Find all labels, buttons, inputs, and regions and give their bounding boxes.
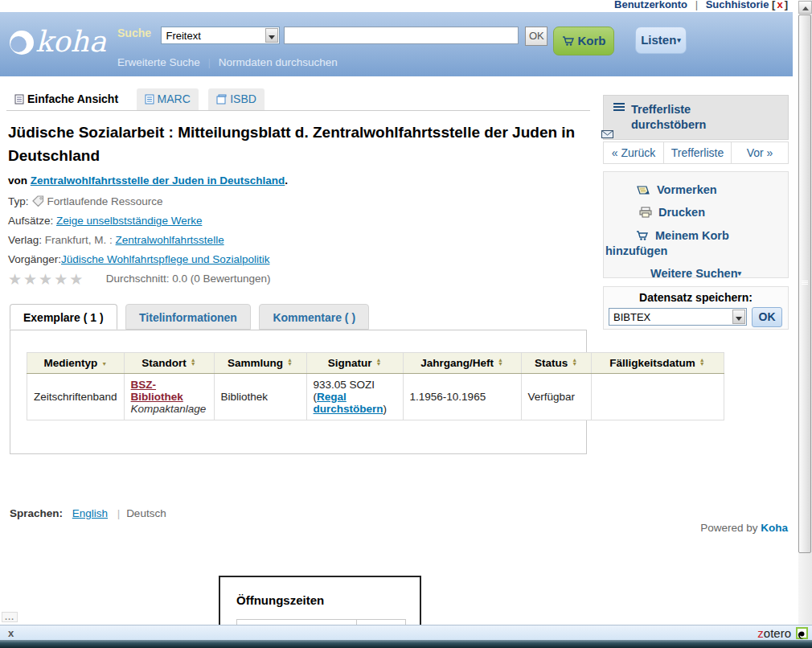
- shelving-location: Kompaktanlage: [131, 403, 207, 415]
- search-input[interactable]: [284, 27, 519, 44]
- rating: ★★★★★ Durchschnitt: 0.0 (0 Bewertungen): [8, 270, 271, 289]
- cart-icon: [562, 35, 575, 47]
- library-link[interactable]: BSZ-Bibliothek: [131, 379, 183, 403]
- document-icon: [216, 94, 227, 105]
- sort-icon: ▲▼: [191, 358, 196, 366]
- taskbar-edge: [0, 640, 812, 648]
- scroll-up-button[interactable]: [798, 1, 812, 14]
- search-ok-button[interactable]: OK: [525, 27, 547, 46]
- table-row: Zeitschriftenband BSZ-BibliothekKompakta…: [27, 374, 724, 420]
- table-header-row: Medientyp▼ Standort▲▼ Sammlung▲▼ Signatu…: [27, 353, 724, 374]
- authority-search-link[interactable]: Normdaten durchsuchen: [219, 56, 338, 68]
- close-search-history-button[interactable]: x: [777, 0, 782, 10]
- zotero-label[interactable]: zotero: [757, 626, 791, 640]
- item-tabs: Exemplare ( 1 ) Titelinformationen Komme…: [10, 304, 374, 330]
- tab-title-notes[interactable]: Titelinformationen: [125, 304, 251, 330]
- rating-text: Durchschnitt: 0.0 (0 Bewertungen): [106, 273, 271, 285]
- cart-button[interactable]: Korb: [553, 27, 614, 55]
- column-header-status[interactable]: Status▲▼: [521, 353, 591, 374]
- close-bar-button[interactable]: x: [8, 627, 14, 639]
- action-box: Vormerken Drucken Meinem Korbhinzufügen …: [603, 171, 789, 278]
- cell-signatur: 933.05 SOZI (Regal durchstöbern): [306, 374, 403, 420]
- chevron-down-icon: ▾: [738, 269, 742, 277]
- cell-faelligkeitsdatum: [591, 374, 724, 420]
- star-icon[interactable]: ★: [23, 271, 39, 288]
- top-bar: Benutzerkonto | Suchhistorie [x]: [0, 0, 793, 12]
- resize-grip-icon: ...: [2, 612, 18, 622]
- author-link[interactable]: Zentralwohlfahrtsstelle der Juden in Deu…: [31, 174, 285, 187]
- column-header-medientyp[interactable]: Medientyp▼: [27, 353, 125, 374]
- document-icon: [14, 94, 24, 105]
- place-hold-link[interactable]: Vormerken: [636, 183, 788, 196]
- language-deutsch-current: Deutsch: [126, 507, 166, 519]
- star-icon[interactable]: ★: [54, 271, 69, 288]
- account-link[interactable]: Benutzerkonto: [614, 0, 687, 10]
- lists-button[interactable]: Listen▾: [635, 27, 687, 54]
- analytics-link[interactable]: Zeige unselbstständige Werke: [56, 215, 202, 227]
- next-result-link[interactable]: Vor »: [732, 142, 788, 163]
- scrollbar-grip-icon: [802, 281, 808, 285]
- koha-link[interactable]: Koha: [761, 522, 788, 534]
- document-icon: [145, 94, 154, 105]
- sort-icon: ▲▼: [498, 358, 503, 366]
- tab-isbd-view[interactable]: ISBD: [208, 88, 265, 110]
- search-type-select[interactable]: Freitext: [161, 27, 280, 44]
- language-english-link[interactable]: English: [72, 507, 108, 519]
- tab-holdings[interactable]: Exemplare ( 1 ): [10, 304, 117, 330]
- star-icon[interactable]: ★: [39, 271, 54, 288]
- save-ok-button[interactable]: OK: [752, 307, 782, 327]
- view-tabs: Einfache Ansicht MARC ISBD: [6, 88, 590, 111]
- previous-result-link[interactable]: « Zurück: [604, 142, 664, 163]
- bracket: [: [772, 0, 775, 10]
- field-verlag: Verlag: Frankfurt, M. : Zentralwohlfahrt…: [8, 234, 269, 253]
- column-header-signatur[interactable]: Signatur▲▼: [306, 353, 403, 374]
- zotero-icon[interactable]: [796, 627, 808, 639]
- result-navigation: « Zurück Trefferliste Vor »: [603, 141, 789, 164]
- print-link[interactable]: Drucken: [639, 206, 788, 219]
- separator: |: [695, 0, 698, 10]
- sort-desc-icon: ▼: [101, 362, 107, 366]
- field-typ: Typ:Fortlaufende Ressource: [8, 195, 269, 215]
- list-icon: [613, 102, 625, 112]
- bracket: ]: [785, 0, 788, 10]
- tab-comments[interactable]: Kommentare ( ): [259, 304, 369, 330]
- publisher-link[interactable]: Zentralwohlfahrtsstelle: [116, 234, 224, 246]
- column-header-standort[interactable]: Standort▲▼: [124, 353, 214, 374]
- holdings-table: Medientyp▼ Standort▲▼ Sammlung▲▼ Signatu…: [27, 352, 724, 420]
- scrollbar-thumb[interactable]: [798, 14, 811, 553]
- advanced-search-link[interactable]: Erweiterte Suche: [117, 56, 200, 68]
- browse-shelf-link[interactable]: Regal durchstöbern: [314, 391, 383, 415]
- more-searches-link[interactable]: Weitere Suchen▾: [650, 267, 788, 280]
- column-header-faelligkeitsdatum[interactable]: Fälligkeitsdatum▲▼: [591, 353, 724, 374]
- language-switcher: Sprachen: English | Deutsch: [10, 507, 166, 519]
- save-record-box: Datensatz speichern: BIBTEX OK: [603, 286, 789, 330]
- search-label: Suche: [117, 27, 151, 39]
- cell-sammlung: Bibliothek: [214, 374, 306, 420]
- star-icon[interactable]: ★: [8, 271, 23, 288]
- koha-opac-page: Benutzerkonto | Suchhistorie [x] koha Su…: [0, 0, 812, 648]
- status-bar: x zotero: [0, 625, 812, 640]
- koha-logo[interactable]: koha: [10, 25, 106, 58]
- opening-hours-title: Öffnungszeiten: [236, 593, 420, 607]
- back-to-results-link[interactable]: Trefferliste: [664, 142, 732, 163]
- predecessor-link[interactable]: Jüdische Wohlfahrtspflege und Sozialpoli…: [61, 253, 269, 265]
- chevron-down-icon: [265, 28, 278, 43]
- tag-icon: [32, 195, 44, 207]
- column-header-jahrgang[interactable]: Jahrgang/Heft▲▼: [403, 353, 521, 374]
- cell-standort: BSZ-BibliothekKompaktanlage: [124, 374, 214, 420]
- vertical-scrollbar[interactable]: [798, 0, 812, 625]
- column-header-sammlung[interactable]: Sammlung▲▼: [214, 353, 306, 374]
- add-to-cart-link[interactable]: Meinem Korbhinzufügen: [605, 228, 766, 259]
- search-history-link[interactable]: Suchhistorie: [706, 0, 769, 10]
- sort-icon: ▲▼: [375, 358, 381, 366]
- sort-icon: ▲▼: [287, 358, 293, 366]
- tab-normal-view[interactable]: Einfache Ansicht: [6, 88, 126, 110]
- chevron-down-icon: [732, 310, 745, 324]
- powered-by: Powered by Koha: [700, 522, 788, 534]
- hold-note-icon: [636, 184, 650, 195]
- tab-marc-view[interactable]: MARC: [137, 88, 199, 110]
- star-icon[interactable]: ★: [69, 271, 84, 288]
- cell-status: Verfügbar: [521, 374, 591, 420]
- save-format-select[interactable]: BIBTEX: [609, 308, 747, 326]
- record-byline: von Zentralwohlfahrtsstelle der Juden in…: [8, 174, 288, 187]
